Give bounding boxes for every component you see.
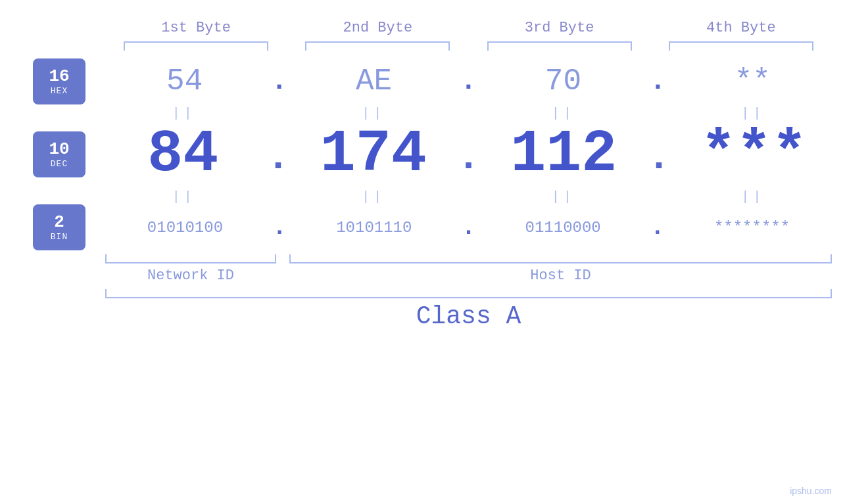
host-id-label: Host ID	[289, 267, 832, 284]
bin-dot-2: .	[462, 214, 476, 241]
byte-header-3: 3rd Byte	[487, 20, 632, 36]
hex-val-3: 70	[491, 64, 635, 99]
class-label: Class A	[105, 302, 832, 331]
main-container: 1st Byte 2nd Byte 3rd Byte 4th Byte 16 H…	[0, 0, 845, 504]
watermark: ipshu.com	[790, 486, 832, 496]
bin-val-4: ********	[680, 219, 825, 237]
hex-val-2: AE	[302, 64, 447, 99]
dec-dot-3: .	[647, 135, 671, 180]
bottom-brackets-row	[105, 254, 832, 263]
hex-values-row: 54 . AE . 70 . **	[105, 64, 832, 99]
bin-dot-3: .	[650, 214, 665, 241]
byte-header-2: 2nd Byte	[305, 20, 450, 36]
bin-number: 2	[54, 213, 64, 232]
network-id-label: Network ID	[105, 267, 276, 284]
hex-badge-container: 16 HEX	[26, 58, 92, 104]
bin-label: BIN	[51, 232, 68, 242]
dec-val-1: 84	[110, 121, 255, 188]
bin-badge: 2 BIN	[33, 204, 85, 250]
hex-dot-3: .	[650, 66, 666, 97]
equals-row-1: || || || ||	[105, 106, 832, 121]
bracket-4	[669, 41, 813, 51]
hex-section: 16 HEX 54 . AE . 70 . **	[0, 58, 845, 104]
eq2-3: ||	[491, 189, 636, 204]
class-bracket-section: Class A	[105, 289, 832, 331]
eq1-4: ||	[681, 106, 825, 121]
class-bracket	[105, 289, 832, 298]
dec-badge-container: 10 DEC	[26, 131, 92, 177]
bin-val-2: 10101110	[302, 219, 447, 237]
hex-label: HEX	[51, 86, 68, 96]
hex-number: 16	[49, 67, 69, 86]
bracket-2	[305, 41, 450, 51]
eq1-3: ||	[491, 106, 636, 121]
bracket-1	[124, 41, 268, 51]
hex-dot-1: .	[271, 66, 287, 97]
dec-dot-1: .	[266, 135, 290, 180]
hex-dot-2: .	[460, 66, 477, 97]
bracket-3	[487, 41, 632, 51]
host-bracket	[289, 254, 832, 263]
dec-val-2: 174	[301, 121, 446, 188]
top-bracket-row	[105, 41, 832, 51]
bin-dot-1: .	[272, 214, 287, 241]
dec-val-3: 112	[491, 121, 636, 188]
bin-val-1: 01010100	[112, 219, 257, 237]
eq1-1: ||	[112, 106, 256, 121]
host-bracket-group	[289, 254, 832, 263]
dec-section: 10 DEC 84 . 174 . 112 . ***	[0, 121, 845, 188]
eq1-2: ||	[301, 106, 446, 121]
dec-number: 10	[49, 140, 69, 159]
byte-headers-row: 1st Byte 2nd Byte 3rd Byte 4th Byte	[105, 0, 832, 36]
eq2-4: ||	[681, 189, 825, 204]
bin-values-row: 01010100 . 10101110 . 01110000 . *******…	[105, 214, 832, 241]
equals-row-2: || || || ||	[105, 189, 832, 204]
bin-badge-container: 2 BIN	[26, 204, 92, 250]
eq2-1: ||	[112, 189, 256, 204]
hex-val-1: 54	[112, 64, 257, 99]
dec-val-4: ***	[682, 121, 827, 188]
network-bracket-group	[105, 254, 276, 263]
dec-values-row: 84 . 174 . 112 . ***	[105, 121, 832, 188]
network-bracket	[105, 254, 276, 263]
hex-val-4: **	[680, 64, 825, 99]
bin-section: 2 BIN 01010100 . 10101110 . 01110000 . *…	[0, 204, 845, 250]
id-labels-row: Network ID Host ID	[105, 267, 832, 284]
dec-label: DEC	[51, 159, 68, 169]
hex-badge: 16 HEX	[33, 58, 85, 104]
dec-badge: 10 DEC	[33, 131, 85, 177]
dec-dot-2: .	[456, 135, 480, 180]
byte-header-1: 1st Byte	[124, 20, 268, 36]
byte-header-4: 4th Byte	[669, 20, 813, 36]
bin-val-3: 01110000	[491, 219, 635, 237]
eq2-2: ||	[301, 189, 446, 204]
